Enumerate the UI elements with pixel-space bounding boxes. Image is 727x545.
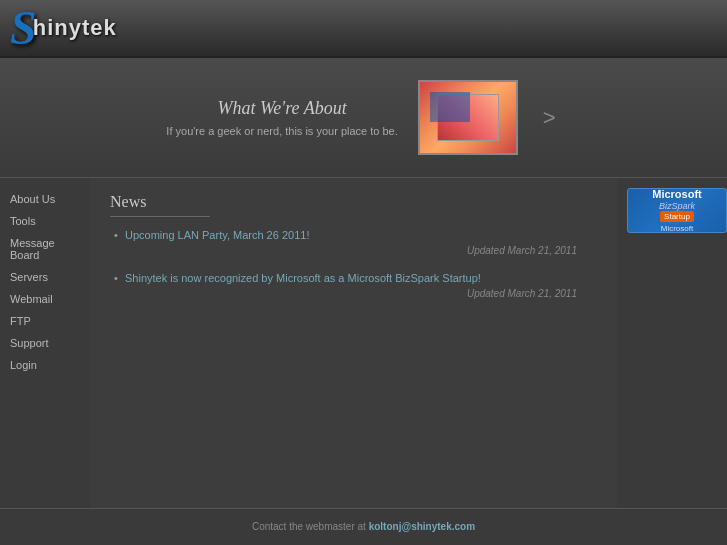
main-layout: About Us Tools Message Board Servers Web… <box>0 178 727 508</box>
right-sidebar: Microsoft BizSpark Startup Microsoft <box>617 178 727 508</box>
content-area: News Upcoming LAN Party, March 26 2011! … <box>90 178 617 508</box>
bizspark-sub: BizSpark <box>659 201 695 211</box>
news-item-link[interactable]: Upcoming LAN Party, March 26 2011! <box>125 229 309 241</box>
sidebar-item-webmail[interactable]: Webmail <box>0 288 90 310</box>
footer: Contact the webmaster at koltonj@shinyte… <box>0 508 727 544</box>
news-item: Upcoming LAN Party, March 26 2011! Updat… <box>110 229 597 256</box>
hero-section: What We're About If you're a geek or ner… <box>0 58 727 178</box>
news-item: Shinytek is now recognized by Microsoft … <box>110 272 597 299</box>
header-inner: S hinytek <box>10 4 117 52</box>
news-heading: News <box>110 193 210 217</box>
hero-image <box>418 80 518 155</box>
sidebar-item-tools[interactable]: Tools <box>0 210 90 232</box>
news-item-date: Updated March 21, 2011 <box>110 288 597 299</box>
footer-text: Contact the webmaster at <box>252 521 369 532</box>
logo-word: hinytek <box>33 15 117 41</box>
sidebar: About Us Tools Message Board Servers Web… <box>0 178 90 508</box>
bizspark-badge[interactable]: Microsoft BizSpark Startup Microsoft <box>627 188 727 233</box>
sidebar-item-support[interactable]: Support <box>0 332 90 354</box>
hero-title: What We're About <box>166 98 397 119</box>
bizspark-ms-label: Microsoft <box>661 224 693 233</box>
logo[interactable]: S hinytek <box>10 4 117 52</box>
hero-text: What We're About If you're a geek or ner… <box>166 98 397 137</box>
hero-next-arrow[interactable]: > <box>538 100 561 136</box>
sidebar-item-ftp[interactable]: FTP <box>0 310 90 332</box>
bizspark-title: Microsoft <box>652 188 702 201</box>
footer-email[interactable]: koltonj@shinytek.com <box>369 521 475 532</box>
news-item-link[interactable]: Shinytek is now recognized by Microsoft … <box>125 272 481 284</box>
news-item-date: Updated March 21, 2011 <box>110 245 597 256</box>
header: S hinytek <box>0 0 727 58</box>
sidebar-item-message-board[interactable]: Message Board <box>0 232 90 266</box>
news-item-title: Shinytek is now recognized by Microsoft … <box>110 272 597 284</box>
bizspark-startup: Startup <box>660 211 694 222</box>
sidebar-item-servers[interactable]: Servers <box>0 266 90 288</box>
news-item-title: Upcoming LAN Party, March 26 2011! <box>110 229 597 241</box>
hero-subtitle: If you're a geek or nerd, this is your p… <box>166 125 397 137</box>
sidebar-item-login[interactable]: Login <box>0 354 90 376</box>
sidebar-item-about-us[interactable]: About Us <box>0 188 90 210</box>
